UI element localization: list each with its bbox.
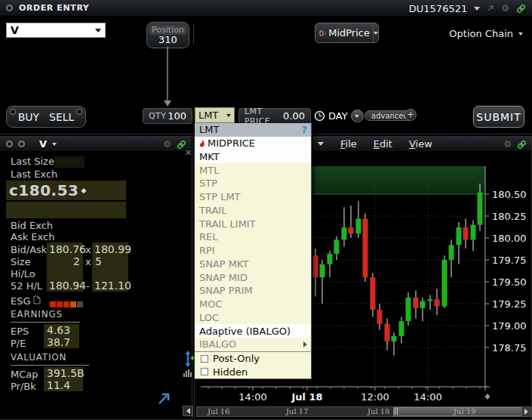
scroll-left-button[interactable] bbox=[183, 406, 193, 416]
option-chain-label: Option Chain bbox=[449, 28, 513, 39]
panel-led-icon[interactable] bbox=[18, 141, 25, 147]
arrow-right-icon bbox=[524, 409, 528, 415]
menu-item-loc[interactable]: LOC bbox=[195, 311, 311, 325]
toolbar-dropdown-icon[interactable] bbox=[318, 142, 324, 146]
menu-item-ibalgo[interactable]: IBALGO bbox=[195, 338, 311, 351]
sell-button[interactable]: SELL bbox=[49, 111, 74, 123]
menu-item-stp-lmt[interactable]: STP LMT bbox=[195, 190, 311, 204]
quantity-field[interactable]: QTY 100 bbox=[143, 108, 192, 124]
checkbox-label: Post-Only bbox=[213, 353, 260, 364]
menu-checkbox-post-only[interactable]: Post-Only bbox=[195, 352, 311, 366]
esg-square bbox=[77, 301, 83, 307]
ask-value: 180.99 bbox=[92, 242, 128, 255]
link-group-icon[interactable] bbox=[517, 140, 527, 150]
limit-price-field[interactable]: LMT PRICE 0.00 bbox=[238, 108, 311, 124]
last-exch-label: Last Exch bbox=[11, 168, 57, 180]
menu-file[interactable]: File bbox=[340, 138, 357, 150]
buy-sell-toggle[interactable]: BUY SELL bbox=[6, 106, 86, 128]
buy-radio-icon[interactable] bbox=[10, 109, 16, 115]
quote-panel-titlebar[interactable]: V bbox=[0, 137, 191, 152]
sell-radio-icon[interactable] bbox=[76, 109, 82, 115]
menu-view[interactable]: View bbox=[409, 138, 432, 150]
menu-item-label: SNAP MKT bbox=[199, 258, 249, 270]
svg-text:179.00: 179.00 bbox=[492, 320, 527, 332]
menu-item-rpi[interactable]: RPI bbox=[195, 244, 311, 258]
order-type-value: LMT bbox=[198, 110, 218, 121]
flame-icon bbox=[324, 29, 326, 37]
midprice-button[interactable]: MidPrice bbox=[315, 23, 379, 43]
help-icon[interactable]: ? bbox=[301, 124, 307, 135]
expand-arrow-icon[interactable] bbox=[155, 391, 172, 407]
quote-symbol[interactable]: V bbox=[39, 138, 47, 150]
menu-item-label: IBALGO bbox=[199, 338, 236, 350]
menu-item-midprice[interactable]: MIDPRICE bbox=[195, 137, 311, 150]
volume-histogram-icon[interactable] bbox=[183, 369, 193, 377]
menu-item-trail-limit[interactable]: TRAIL LIMIT bbox=[195, 217, 311, 230]
svg-text:180.00: 180.00 bbox=[492, 233, 527, 244]
menu-item-lmt[interactable]: LMT? bbox=[195, 123, 311, 137]
menu-item-mkt[interactable]: MKT bbox=[195, 150, 311, 164]
symbol-combobox[interactable]: V bbox=[6, 23, 106, 38]
popout-icon[interactable] bbox=[487, 5, 494, 12]
menu-item-adaptive-ibalgo[interactable]: Adaptive (IBALGO) bbox=[195, 324, 311, 338]
valuation-header: VALUATION bbox=[11, 352, 89, 366]
position-button[interactable]: Position 310 bbox=[146, 22, 189, 48]
gear-icon[interactable] bbox=[501, 4, 509, 13]
scroll-right-button[interactable] bbox=[521, 407, 530, 416]
menu-item-label: MTL bbox=[199, 165, 219, 176]
menu-item-stp[interactable]: STP bbox=[195, 177, 311, 190]
bid-size: 2 bbox=[47, 255, 83, 267]
menu-item-snap-prim[interactable]: SNAP PRIM bbox=[195, 284, 311, 298]
chart-timeline-scrollbar[interactable]: Jul 16Jul 17Jul 18Jul 19 bbox=[196, 406, 531, 417]
52-high: 180.94 bbox=[47, 279, 83, 292]
tif-dropdown[interactable] bbox=[351, 110, 364, 122]
esg-square bbox=[70, 301, 76, 307]
submit-button[interactable]: SUBMIT bbox=[473, 106, 524, 128]
svg-text:179.75: 179.75 bbox=[492, 255, 527, 266]
gear-icon[interactable] bbox=[503, 140, 512, 149]
checkbox-icon[interactable] bbox=[201, 355, 208, 363]
menu-item-snap-mkt[interactable]: SNAP MKT bbox=[195, 258, 311, 271]
svg-text:180.50: 180.50 bbox=[492, 189, 527, 200]
scrollbar-grip[interactable] bbox=[395, 408, 398, 415]
gear-icon[interactable] bbox=[163, 140, 171, 149]
lmt-price-value[interactable]: 0.00 bbox=[283, 110, 305, 122]
svg-text:Jul 18: Jul 18 bbox=[291, 391, 322, 403]
earnings-header: EARNINGS bbox=[11, 309, 80, 323]
chevron-down-icon[interactable] bbox=[52, 143, 57, 146]
panel-led-icon[interactable] bbox=[6, 141, 13, 147]
menu-item-mtl[interactable]: MTL bbox=[195, 163, 311, 177]
menu-item-moc[interactable]: MOC bbox=[195, 298, 311, 311]
esg-report-icon[interactable] bbox=[33, 295, 41, 304]
last-size-value bbox=[54, 156, 85, 168]
arrow-left-icon bbox=[186, 408, 190, 414]
close-icon[interactable] bbox=[185, 148, 192, 158]
menu-checkbox-hidden[interactable]: Hidden bbox=[195, 365, 311, 378]
menu-item-label: SNAP MID bbox=[199, 272, 248, 283]
account-id[interactable]: DU1576521 bbox=[409, 3, 467, 14]
timeline-date-label: Jul 19 bbox=[454, 407, 476, 415]
order-type-combobox[interactable]: LMT bbox=[195, 107, 235, 123]
panel-led-icon[interactable] bbox=[6, 5, 13, 11]
menu-item-label: SNAP PRIM bbox=[199, 285, 253, 296]
buy-button[interactable]: BUY bbox=[18, 111, 39, 123]
link-group-icon[interactable] bbox=[516, 4, 526, 14]
menu-item-snap-mid[interactable]: SNAP MID bbox=[195, 270, 311, 284]
midprice-dropdown[interactable] bbox=[373, 23, 378, 42]
chevron-down-icon bbox=[355, 115, 359, 118]
account-dropdown-icon[interactable] bbox=[474, 7, 480, 11]
panel-title: ORDER ENTRY bbox=[19, 3, 89, 13]
option-chain-button[interactable]: Option Chain bbox=[449, 28, 523, 39]
pe-label: P/E bbox=[11, 338, 26, 349]
time-in-force-control[interactable]: DAY bbox=[314, 107, 364, 125]
menu-item-trail[interactable]: TRAIL bbox=[195, 204, 311, 218]
add-advanced-button[interactable]: + bbox=[404, 109, 417, 121]
menu-item-rel[interactable]: REL bbox=[195, 230, 311, 244]
menu-edit[interactable]: Edit bbox=[374, 138, 392, 150]
order-entry-titlebar[interactable]: ORDER ENTRY DU1576521 bbox=[0, 0, 532, 17]
resize-vertical-icon[interactable] bbox=[184, 350, 195, 368]
checkbox-icon[interactable] bbox=[201, 368, 208, 375]
svg-text:14:00: 14:00 bbox=[414, 391, 441, 403]
qty-value[interactable]: 100 bbox=[168, 110, 186, 122]
size-label: Size bbox=[11, 256, 31, 267]
